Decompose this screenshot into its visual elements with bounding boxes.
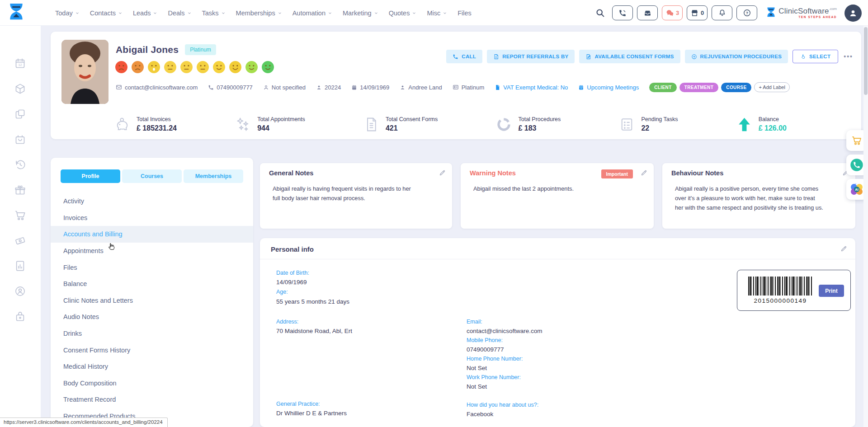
chevron-down-icon bbox=[412, 11, 416, 15]
person-icon bbox=[848, 8, 858, 18]
nav-quotes[interactable]: Quotes bbox=[389, 9, 417, 17]
help-button[interactable]: ? bbox=[736, 5, 757, 20]
menu-item-invoices[interactable]: Invoices bbox=[51, 210, 253, 226]
rejuvenation-procedures-button[interactable]: REJUVENATION PROCEDURES bbox=[685, 50, 788, 63]
client-dob: 14/09/1969 bbox=[351, 84, 389, 91]
more-actions-button[interactable]: ••• bbox=[844, 53, 853, 60]
client-email[interactable]: contact@clinicsoftware.com bbox=[116, 84, 198, 91]
important-badge: Important bbox=[601, 169, 633, 178]
document-lines-icon bbox=[363, 116, 380, 133]
edit-pencil-icon[interactable] bbox=[840, 245, 847, 254]
tab-memberships[interactable]: Memberships bbox=[184, 169, 243, 183]
nav-memberships[interactable]: Memberships bbox=[236, 9, 282, 17]
warning-notes-text: Abigail missed the last 2 appointments. bbox=[473, 184, 574, 193]
copy-icon[interactable] bbox=[14, 108, 26, 122]
booking-basket-icon[interactable] bbox=[14, 133, 26, 147]
calendar-icon: 12 bbox=[578, 84, 584, 90]
mood-face-9[interactable] bbox=[245, 61, 258, 74]
menu-item-drinks[interactable]: Drinks bbox=[51, 325, 253, 342]
scrollbar-thumb[interactable] bbox=[864, 27, 868, 95]
edit-pencil-icon[interactable] bbox=[439, 169, 446, 178]
nav-leads[interactable]: Leads bbox=[133, 9, 158, 17]
clinicsoftware-wordmark: ClinicSoftware.com TEN STEPS AHEAD bbox=[766, 7, 837, 19]
stat-value: £ 185231.24 bbox=[137, 124, 177, 132]
user-avatar[interactable] bbox=[844, 5, 862, 22]
report-chart-icon[interactable] bbox=[14, 260, 26, 274]
banknote-icon[interactable] bbox=[14, 235, 26, 249]
menu-item-balance[interactable]: Balance bbox=[51, 276, 253, 292]
menu-item-consent-forms-history[interactable]: Consent Forms History bbox=[51, 342, 253, 358]
vat-exempt-link[interactable]: VAT Exempt Medical: No bbox=[495, 84, 568, 91]
client-phone[interactable]: 07490009777 bbox=[208, 84, 253, 91]
user-circle-icon[interactable] bbox=[14, 285, 26, 299]
notifications-button[interactable] bbox=[712, 5, 732, 20]
client-section-menu: Activity Invoices Accounts and Billing A… bbox=[51, 193, 253, 424]
client-contact-row: contact@clinicsoftware.com 07490009777 N… bbox=[116, 82, 790, 92]
menu-item-clinic-notes-and-letters[interactable]: Clinic Notes and Letters bbox=[51, 292, 253, 309]
menu-item-appointments[interactable]: Appointments bbox=[51, 243, 253, 259]
menu-item-medical-history[interactable]: Medical History bbox=[51, 358, 253, 375]
mood-face-10[interactable] bbox=[261, 61, 274, 74]
print-button[interactable]: Print bbox=[819, 285, 844, 297]
upcoming-meetings-link[interactable]: 12Upcoming Meetings bbox=[578, 84, 639, 91]
report-referrals-button[interactable]: REPORT REFERRALS BY bbox=[487, 50, 575, 63]
client-photo[interactable] bbox=[61, 40, 108, 104]
top-bar: Today Contacts Leads Deals Tasks Members… bbox=[0, 0, 868, 26]
mood-face-2[interactable] bbox=[131, 61, 144, 74]
menu-item-treatment-record[interactable]: Treatment Record bbox=[51, 391, 253, 408]
nav-automation[interactable]: Automation bbox=[292, 9, 332, 17]
nav-today[interactable]: Today bbox=[55, 9, 80, 17]
tab-profile[interactable]: Profile bbox=[61, 169, 120, 183]
nav-contacts[interactable]: Contacts bbox=[90, 9, 123, 17]
store-count-badge: 0 bbox=[701, 9, 704, 16]
mood-face-3[interactable] bbox=[147, 61, 160, 74]
address-value: 70 Maidstone Road, Abl, Ert bbox=[276, 328, 352, 334]
inbox-button[interactable] bbox=[637, 5, 658, 20]
dialer-button[interactable] bbox=[612, 5, 633, 20]
stat-value: 421 bbox=[386, 124, 438, 132]
menu-item-activity[interactable]: Activity bbox=[51, 193, 253, 210]
mood-face-1[interactable] bbox=[115, 61, 128, 74]
nav-deals[interactable]: Deals bbox=[168, 9, 191, 17]
clinicsoftware-logo-icon[interactable] bbox=[7, 3, 25, 25]
nav-label: Contacts bbox=[90, 9, 116, 17]
mood-face-8[interactable] bbox=[229, 61, 242, 74]
calendar-icon[interactable]: 12 bbox=[14, 57, 26, 71]
search-icon[interactable] bbox=[595, 8, 605, 18]
menu-item-files[interactable]: Files bbox=[51, 259, 253, 276]
mood-face-4[interactable] bbox=[164, 61, 177, 74]
nav-marketing[interactable]: Marketing bbox=[343, 9, 378, 17]
edit-pencil-icon[interactable] bbox=[641, 169, 647, 178]
nav-files[interactable]: Files bbox=[458, 9, 472, 17]
menu-item-accounts-and-billing[interactable]: Accounts and Billing bbox=[51, 226, 253, 243]
mood-face-7[interactable] bbox=[212, 61, 226, 74]
nav-tasks[interactable]: Tasks bbox=[202, 9, 226, 17]
package-icon[interactable] bbox=[14, 83, 26, 97]
store-button[interactable]: 0 bbox=[687, 5, 708, 20]
call-button[interactable]: CALL bbox=[446, 50, 482, 63]
mood-face-5[interactable] bbox=[180, 61, 193, 74]
menu-item-body-composition[interactable]: Body Composition bbox=[51, 375, 253, 392]
arrow-up-icon bbox=[736, 116, 753, 133]
gp-label: General Practice: bbox=[276, 401, 320, 407]
consent-forms-button[interactable]: AVAILABLE CONSENT FORMS bbox=[579, 50, 680, 63]
tab-courses[interactable]: Courses bbox=[122, 169, 182, 183]
nav-misc[interactable]: Misc bbox=[427, 9, 447, 17]
chat-button[interactable]: 3 bbox=[662, 5, 683, 20]
mobile-value: 07490009777 bbox=[467, 346, 504, 353]
storefront-icon bbox=[690, 9, 699, 17]
cart-icon[interactable] bbox=[14, 209, 26, 223]
donut-chart-icon bbox=[495, 116, 512, 133]
svg-text:AI: AI bbox=[855, 188, 859, 192]
mood-face-6[interactable] bbox=[196, 61, 209, 74]
gift-icon[interactable] bbox=[14, 184, 26, 198]
menu-item-audio-notes[interactable]: Audio Notes bbox=[51, 309, 253, 325]
lock-icon[interactable] bbox=[14, 310, 26, 324]
barcode bbox=[748, 277, 812, 296]
person-icon bbox=[400, 84, 406, 90]
age-value: 55 years 5 months 21 days bbox=[276, 298, 349, 305]
add-label-button[interactable]: + Add Label bbox=[754, 82, 789, 92]
history-icon[interactable] bbox=[14, 159, 26, 173]
select-button[interactable]: SELECT bbox=[793, 50, 838, 63]
personal-info-title: Personal info bbox=[271, 245, 314, 253]
